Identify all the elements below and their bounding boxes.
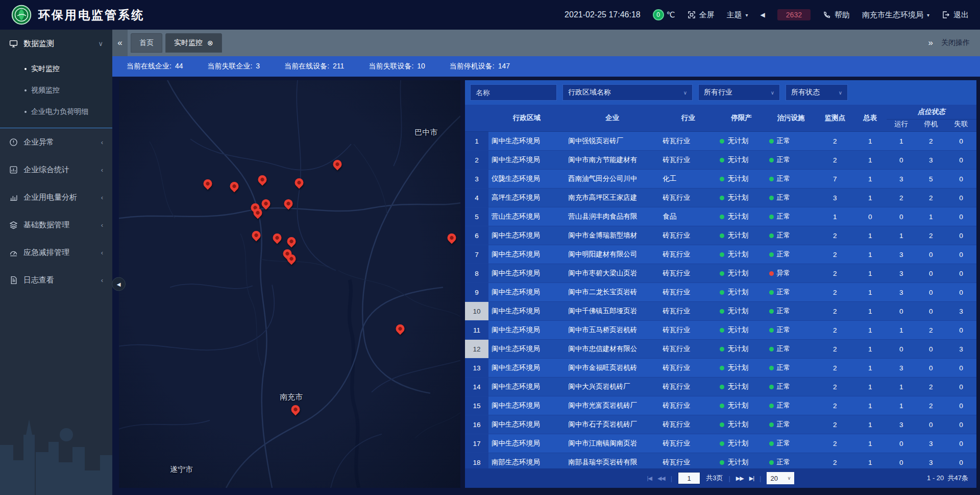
column-header[interactable]: 行业 <box>659 105 717 132</box>
last-page-button[interactable]: ▶| <box>749 475 754 482</box>
table-row[interactable]: 8阆中生态环境局阆中市枣碧大梁山页岩砖瓦行业无计划异常21300 <box>465 264 976 283</box>
fullscreen-button[interactable]: 全屏 <box>688 10 715 20</box>
status-dot <box>769 196 774 200</box>
row-index: 3 <box>465 170 488 188</box>
sidebar-item-company-abnormal[interactable]: 企业异常‹ <box>0 128 112 156</box>
table-row[interactable]: 1阆中生态环境局阆中强锐页岩砖厂砖瓦行业无计划正常21120 <box>465 132 976 151</box>
sidebar-item-data-monitor[interactable]: 数据监测∨ <box>0 30 112 57</box>
row-company: 西南油气田分公司川中 <box>565 170 659 188</box>
column-header[interactable]: 总表 <box>854 105 887 132</box>
tab-realtime[interactable]: 实时监控⊗ <box>165 33 222 53</box>
column-header[interactable]: 治污设施 <box>766 105 816 132</box>
table-row[interactable]: 15阆中生态环境局阆中市光富页岩机砖厂砖瓦行业无计划正常21120 <box>465 396 976 415</box>
table-row[interactable]: 10阆中生态环境局阆中千佛镇五郎垭页岩砖瓦行业无计划正常21003 <box>465 302 976 321</box>
first-page-button[interactable]: |◀ <box>647 475 652 482</box>
close-tab-icon[interactable]: ⊗ <box>207 39 213 47</box>
theme-dropdown[interactable]: 主题▾ <box>727 10 748 20</box>
row-region: 阆中生态环境局 <box>488 321 565 340</box>
table-row[interactable]: 9阆中生态环境局阆中市二龙长宝页岩砖砖瓦行业无计划正常21300 <box>465 283 976 302</box>
table-row[interactable]: 3仪陇生态环境局西南油气田分公司川中化工无计划正常71350 <box>465 170 976 188</box>
divider: | <box>728 475 730 482</box>
column-header[interactable]: 停限产 <box>717 105 766 132</box>
status-dot <box>720 309 724 314</box>
row-limit-status: 无计划 <box>717 359 766 378</box>
notification-count[interactable]: 2632 <box>777 9 811 20</box>
next-page-button[interactable]: ▶▶ <box>736 475 744 482</box>
row-index: 11 <box>465 321 488 340</box>
help-button[interactable]: 帮助 <box>823 10 850 20</box>
row-industry: 砖瓦行业 <box>659 378 717 396</box>
sidebar-item-log-view[interactable]: 日志查看‹ <box>0 266 112 294</box>
stat-label: 当前失联设备: <box>369 62 413 71</box>
row-industry: 砖瓦行业 <box>659 245 717 264</box>
table-row[interactable]: 16阆中生态环境局阆中市石子页岩机砖厂砖瓦行业无计划正常21300 <box>465 415 976 434</box>
page-size-select[interactable]: 20∨ <box>767 472 794 484</box>
stat-value: 10 <box>417 62 425 71</box>
datetime: 2021-02-25 17:46:18 <box>565 10 641 19</box>
row-limit-status: 无计划 <box>717 396 766 415</box>
sidebar-item-emergency-reduce[interactable]: 应急减排管理‹ <box>0 239 112 266</box>
map-collapse-button[interactable]: ◀ <box>112 277 126 291</box>
row-points: 2 <box>816 264 854 283</box>
table-row[interactable]: 2阆中生态环境局阆中市南方节能建材有砖瓦行业无计划正常21030 <box>465 151 976 170</box>
table-row[interactable]: 12阆中生态环境局阆中市忠信建材有限公砖瓦行业无计划正常21003 <box>465 340 976 359</box>
map-canvas[interactable]: 巴中市南充市遂宁市 <box>119 80 460 488</box>
sidebar-item-label: 应急减排管理 <box>23 248 69 257</box>
row-points: 2 <box>816 453 854 469</box>
column-header[interactable]: 行政区域 <box>488 105 565 132</box>
column-subheader[interactable]: 停机 <box>916 120 946 132</box>
org-dropdown[interactable]: 南充市生态环境局▾ <box>862 10 929 20</box>
close-operations-button[interactable]: 关闭操作 <box>941 38 970 48</box>
row-company: 阆中强锐页岩砖厂 <box>565 132 659 151</box>
table-row[interactable]: 14阆中生态环境局阆中大兴页岩机砖厂砖瓦行业无计划正常21120 <box>465 378 976 396</box>
page-input[interactable] <box>678 472 700 484</box>
column-subheader[interactable]: 失联 <box>946 120 976 132</box>
tabs-scroll-right-button[interactable]: » <box>928 38 933 48</box>
table-row[interactable]: 6阆中生态环境局阆中市金博瑞新型墙材砖瓦行业无计划正常21120 <box>465 226 976 245</box>
sidebar-subitem-video-monitor[interactable]: 视频监控 <box>0 80 112 101</box>
tab-home[interactable]: 首页 <box>131 33 162 53</box>
temperature: 0 ℃ <box>653 9 675 20</box>
row-index: 7 <box>465 245 488 264</box>
table-row[interactable]: 17阆中生态环境局阆中市江南镇阆南页岩砖瓦行业无计划正常21030 <box>465 434 976 453</box>
column-header[interactable]: 监测点 <box>816 105 854 132</box>
column-group-header: 点位状态 <box>887 105 976 120</box>
sidebar-subitem-power-load-detail[interactable]: 企业电力负荷明细 <box>0 101 112 123</box>
logout-button[interactable]: 退出 <box>942 10 969 20</box>
sidebar-item-power-analysis[interactable]: 企业用电量分析‹ <box>0 183 112 211</box>
sidebar-item-company-stats[interactable]: 企业综合统计‹ <box>0 156 112 183</box>
table-row[interactable]: 11阆中生态环境局阆中市五马桥页岩机砖砖瓦行业无计划正常21120 <box>465 321 976 340</box>
row-region: 阆中生态环境局 <box>488 245 565 264</box>
sidebar-item-base-data[interactable]: 基础数据管理‹ <box>0 211 112 239</box>
status-dot <box>720 177 724 181</box>
industry-select[interactable]: 所有行业∨ <box>698 84 780 101</box>
row-running: 0 <box>887 151 916 170</box>
tabs-scroll-left-button[interactable]: « <box>112 30 128 56</box>
column-header[interactable]: 企业 <box>565 105 659 132</box>
row-index: 8 <box>465 264 488 283</box>
row-facility-status: 正常 <box>766 207 816 226</box>
temperature-unit: ℃ <box>667 10 675 19</box>
row-company: 阆中市光富页岩机砖厂 <box>565 396 659 415</box>
stat-item: 当前停机设备:147 <box>450 62 510 71</box>
tab-label: 首页 <box>139 38 154 48</box>
table-row[interactable]: 18南部生态环境局南部县瑞华页岩砖有限砖瓦行业无计划正常21030 <box>465 453 976 469</box>
row-stopped: 2 <box>916 188 946 207</box>
status-dot <box>769 441 774 446</box>
row-stopped: 2 <box>916 321 946 340</box>
table-row[interactable]: 13阆中生态环境局阆中市金福旺页岩机砖砖瓦行业无计划正常21300 <box>465 359 976 378</box>
table-row[interactable]: 4高坪生态环境局南充市高坪区王家店建砖瓦行业无计划正常31220 <box>465 188 976 207</box>
status-dot <box>769 139 774 144</box>
name-search-input[interactable] <box>470 84 557 101</box>
status-select[interactable]: 所有状态∨ <box>786 84 848 101</box>
table-row[interactable]: 7阆中生态环境局阆中明阳建材有限公司砖瓦行业无计划正常21300 <box>465 245 976 264</box>
row-meters: 1 <box>854 321 887 340</box>
column-subheader[interactable]: 运行 <box>887 120 916 132</box>
row-limit-status: 无计划 <box>717 245 766 264</box>
arrow-left-icon[interactable]: ◀ <box>761 11 765 18</box>
row-stopped: 2 <box>916 378 946 396</box>
region-select[interactable]: 行政区域名称∨ <box>562 84 693 101</box>
sidebar-subitem-realtime-monitor[interactable]: 实时监控 <box>0 58 112 80</box>
prev-page-button[interactable]: ◀◀ <box>657 475 665 482</box>
table-row[interactable]: 5营山生态环境局营山县润丰肉食品有限食品无计划正常10010 <box>465 207 976 226</box>
